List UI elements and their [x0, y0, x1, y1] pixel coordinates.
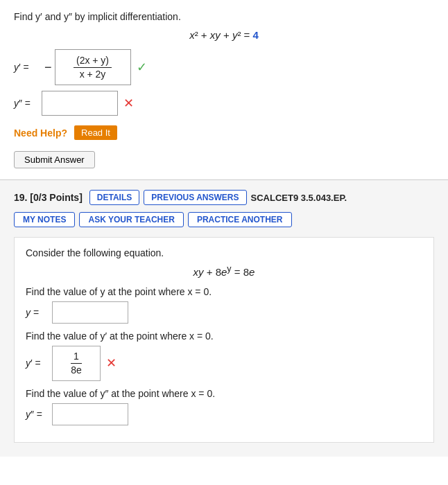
- previous-answers-button[interactable]: PREVIOUS ANSWERS: [144, 190, 246, 205]
- y-row-1: y =: [26, 301, 422, 324]
- y-double-prime-label-2: y″ =: [26, 409, 52, 420]
- neg-sign: −: [44, 60, 52, 75]
- need-help-label: Need Help?: [14, 127, 67, 139]
- y-input-1[interactable]: [52, 301, 128, 324]
- ask-teacher-button[interactable]: ASK YOUR TEACHER: [79, 212, 183, 227]
- x-icon-bottom[interactable]: ✕: [106, 355, 117, 371]
- y-double-prime-row: y″ = ✕: [14, 91, 434, 116]
- equation-rhs: 4: [252, 29, 258, 41]
- read-it-button[interactable]: Read It: [74, 125, 117, 140]
- y-double-prime-label: y″ =: [14, 98, 42, 109]
- equation-lhs: x² + xy + y²: [189, 29, 241, 41]
- x-icon-top[interactable]: ✕: [123, 96, 134, 111]
- y-prime-row-2: y′ = 1 8e ✕: [26, 346, 422, 381]
- check-icon: ✓: [137, 60, 147, 75]
- y-prime-label: y′ =: [14, 62, 42, 73]
- y-prime-answer-box: (2x + y) x + 2y: [55, 49, 131, 85]
- y-prime-num-2: 1: [71, 351, 82, 364]
- details-button[interactable]: DETAILS: [89, 190, 139, 205]
- equation2-display: xy + 8ey = 8e: [26, 264, 422, 278]
- my-notes-button[interactable]: MY NOTES: [14, 212, 75, 227]
- notes-row: MY NOTES ASK YOUR TEACHER PRACTICE ANOTH…: [14, 212, 434, 227]
- sub-question-3: Find the value of y″ at the point where …: [26, 388, 422, 399]
- eq2-rhs: = 8e: [234, 266, 255, 278]
- y-prime-row: y′ = − (2x + y) x + 2y ✓: [14, 49, 434, 85]
- y-double-prime-input-2[interactable]: [52, 403, 128, 425]
- y-label-1: y =: [26, 307, 52, 318]
- problem-statement: Find y′ and y″ by implicit differentiati…: [14, 11, 434, 22]
- sub-question-2: Find the value of y′ at the point where …: [26, 330, 422, 342]
- practice-another-button[interactable]: PRACTICE ANOTHER: [188, 212, 292, 227]
- y-prime-fraction-box-2: 1 8e: [52, 346, 101, 381]
- y-prime-fraction: (2x + y) x + 2y: [74, 55, 112, 80]
- y-prime-denominator: x + 2y: [77, 68, 109, 80]
- sub-question-1: Find the value of y at the point where x…: [26, 286, 422, 297]
- y-double-prime-field[interactable]: [49, 98, 111, 109]
- equation-equals: =: [244, 29, 253, 41]
- equation-display: x² + xy + y² = 4: [14, 29, 434, 41]
- need-help-row: Need Help? Read It: [14, 125, 434, 140]
- problem-number: 19. [0/3 Points]: [14, 192, 83, 203]
- submit-answer-button[interactable]: Submit Answer: [14, 151, 95, 168]
- problem-header: 19. [0/3 Points] DETAILS PREVIOUS ANSWER…: [14, 190, 434, 205]
- y-double-prime-input[interactable]: [42, 91, 118, 116]
- scalcet-reference: SCALCET9 3.5.043.EP.: [251, 193, 347, 203]
- y-prime-fraction-2: 1 8e: [68, 351, 85, 376]
- y-prime-label-2: y′ =: [26, 358, 52, 369]
- y-double-prime-row-2: y″ =: [26, 403, 422, 425]
- eq2-lhs: xy + 8ey: [193, 266, 232, 278]
- content-area: Consider the following equation. xy + 8e…: [14, 237, 434, 443]
- consider-text: Consider the following equation.: [26, 247, 422, 258]
- y-prime-den-2: 8e: [68, 364, 85, 376]
- y-prime-numerator: (2x + y): [74, 55, 112, 68]
